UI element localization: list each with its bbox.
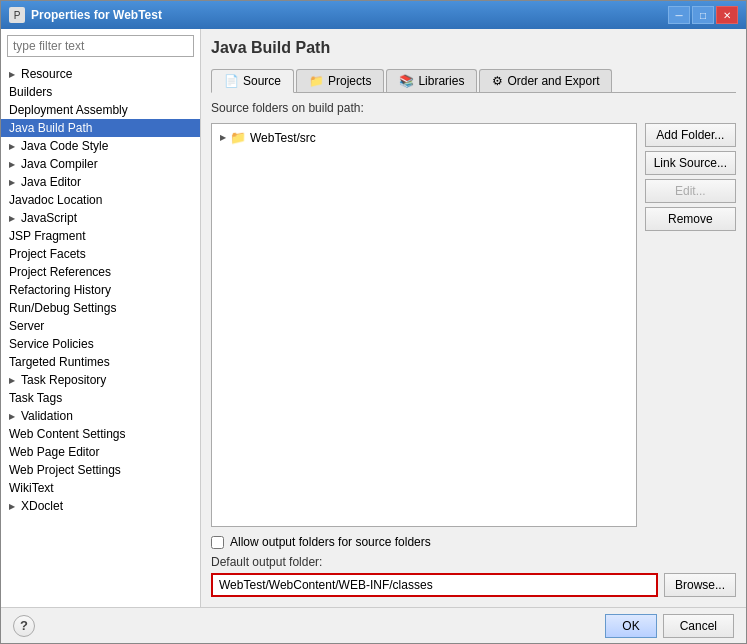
- tab-libraries-label: Libraries: [418, 74, 464, 88]
- sidebar-list: ResourceBuildersDeployment AssemblyJava …: [1, 63, 200, 607]
- tab-libraries[interactable]: 📚 Libraries: [386, 69, 477, 92]
- sidebar-item-run-debug-settings[interactable]: Run/Debug Settings: [1, 299, 200, 317]
- allow-output-label: Allow output folders for source folders: [230, 535, 431, 549]
- bottom-section: Allow output folders for source folders …: [211, 535, 736, 597]
- remove-button[interactable]: Remove: [645, 207, 736, 231]
- add-folder-button[interactable]: Add Folder...: [645, 123, 736, 147]
- tree-item[interactable]: ▶ 📁 WebTest/src: [216, 128, 632, 147]
- tab-source-label: Source: [243, 74, 281, 88]
- sidebar-item-javadoc-location[interactable]: Javadoc Location: [1, 191, 200, 209]
- link-source-button[interactable]: Link Source...: [645, 151, 736, 175]
- filter-input[interactable]: [7, 35, 194, 57]
- sidebar-item-project-facets[interactable]: Project Facets: [1, 245, 200, 263]
- footer-left: ?: [13, 615, 35, 637]
- main-title: Java Build Path: [211, 39, 736, 57]
- sidebar-item-validation[interactable]: Validation: [1, 407, 200, 425]
- side-buttons: Add Folder... Link Source... Edit... Rem…: [645, 123, 736, 527]
- sidebar-item-java-editor[interactable]: Java Editor: [1, 173, 200, 191]
- sidebar-item-project-references[interactable]: Project References: [1, 263, 200, 281]
- output-row: Default output folder: Browse...: [211, 555, 736, 597]
- sidebar-item-task-repository[interactable]: Task Repository: [1, 371, 200, 389]
- tree-folder-icon: 📁: [230, 130, 246, 145]
- tab-projects[interactable]: 📁 Projects: [296, 69, 384, 92]
- output-folder-input[interactable]: [211, 573, 658, 597]
- sidebar-item-web-page-editor[interactable]: Web Page Editor: [1, 443, 200, 461]
- close-button[interactable]: ✕: [716, 6, 738, 24]
- source-folders-label: Source folders on build path:: [211, 101, 736, 115]
- window-title: Properties for WebTest: [31, 8, 162, 22]
- title-bar-left: P Properties for WebTest: [9, 7, 162, 23]
- properties-window: P Properties for WebTest ─ □ ✕ ResourceB…: [0, 0, 747, 644]
- tab-projects-label: Projects: [328, 74, 371, 88]
- help-button[interactable]: ?: [13, 615, 35, 637]
- output-input-row: Browse...: [211, 573, 736, 597]
- source-tree-area: ▶ 📁 WebTest/src Add Folder... Link Sourc…: [211, 123, 736, 527]
- content-area: ResourceBuildersDeployment AssemblyJava …: [1, 29, 746, 607]
- sidebar: ResourceBuildersDeployment AssemblyJava …: [1, 29, 201, 607]
- sidebar-item-javascript[interactable]: JavaScript: [1, 209, 200, 227]
- edit-button[interactable]: Edit...: [645, 179, 736, 203]
- sidebar-item-task-tags[interactable]: Task Tags: [1, 389, 200, 407]
- sidebar-item-server[interactable]: Server: [1, 317, 200, 335]
- allow-output-checkbox[interactable]: [211, 536, 224, 549]
- checkbox-row: Allow output folders for source folders: [211, 535, 736, 549]
- ok-button[interactable]: OK: [605, 614, 656, 638]
- libraries-tab-icon: 📚: [399, 74, 414, 88]
- tab-order-export[interactable]: ⚙ Order and Export: [479, 69, 612, 92]
- sidebar-item-web-project-settings[interactable]: Web Project Settings: [1, 461, 200, 479]
- source-tree: ▶ 📁 WebTest/src: [211, 123, 637, 527]
- sidebar-item-java-build-path[interactable]: Java Build Path: [1, 119, 200, 137]
- tab-source[interactable]: 📄 Source: [211, 69, 294, 93]
- footer-right: OK Cancel: [605, 614, 734, 638]
- tab-order-export-label: Order and Export: [507, 74, 599, 88]
- source-tab-icon: 📄: [224, 74, 239, 88]
- minimize-button[interactable]: ─: [668, 6, 690, 24]
- output-folder-label: Default output folder:: [211, 555, 736, 569]
- sidebar-item-web-content-settings[interactable]: Web Content Settings: [1, 425, 200, 443]
- tabs-bar: 📄 Source 📁 Projects 📚 Libraries ⚙ Order …: [211, 69, 736, 93]
- title-bar: P Properties for WebTest ─ □ ✕: [1, 1, 746, 29]
- window-icon: P: [9, 7, 25, 23]
- sidebar-item-deployment-assembly[interactable]: Deployment Assembly: [1, 101, 200, 119]
- title-controls: ─ □ ✕: [668, 6, 738, 24]
- sidebar-item-refactoring-history[interactable]: Refactoring History: [1, 281, 200, 299]
- panel-body: Source folders on build path: ▶ 📁 WebTes…: [211, 101, 736, 597]
- projects-tab-icon: 📁: [309, 74, 324, 88]
- tree-arrow-icon: ▶: [220, 133, 226, 142]
- sidebar-item-java-compiler[interactable]: Java Compiler: [1, 155, 200, 173]
- cancel-button[interactable]: Cancel: [663, 614, 734, 638]
- sidebar-item-wikitext[interactable]: WikiText: [1, 479, 200, 497]
- browse-button[interactable]: Browse...: [664, 573, 736, 597]
- order-export-tab-icon: ⚙: [492, 74, 503, 88]
- sidebar-item-resource[interactable]: Resource: [1, 65, 200, 83]
- sidebar-item-builders[interactable]: Builders: [1, 83, 200, 101]
- sidebar-item-targeted-runtimes[interactable]: Targeted Runtimes: [1, 353, 200, 371]
- sidebar-item-xdoclet[interactable]: XDoclet: [1, 497, 200, 515]
- sidebar-item-java-code-style[interactable]: Java Code Style: [1, 137, 200, 155]
- sidebar-item-jsp-fragment[interactable]: JSP Fragment: [1, 227, 200, 245]
- sidebar-item-service-policies[interactable]: Service Policies: [1, 335, 200, 353]
- maximize-button[interactable]: □: [692, 6, 714, 24]
- tree-item-label: WebTest/src: [250, 131, 316, 145]
- main-panel: Java Build Path 📄 Source 📁 Projects 📚 Li…: [201, 29, 746, 607]
- footer: ? OK Cancel: [1, 607, 746, 643]
